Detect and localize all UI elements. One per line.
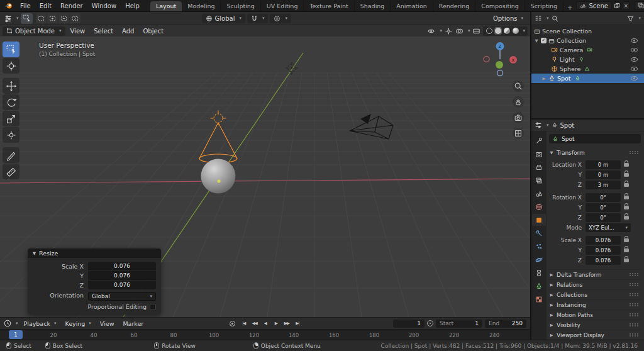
object-name-field[interactable]: Spot xyxy=(549,134,641,143)
tool-move[interactable] xyxy=(3,78,19,94)
panel-grip-icon[interactable] xyxy=(630,303,631,304)
tool-transform[interactable] xyxy=(3,127,19,143)
transform-section-header[interactable]: ▼ Transform xyxy=(549,148,641,157)
object-visibility-dropdown[interactable] xyxy=(427,27,435,35)
properties-editor-icon[interactable] xyxy=(535,121,542,129)
playhead[interactable]: 1 xyxy=(9,330,23,339)
menu-add[interactable]: Add xyxy=(118,27,138,35)
output-tab[interactable] xyxy=(532,161,546,173)
lock-icon[interactable] xyxy=(624,248,629,252)
tab-shading[interactable]: Shading xyxy=(355,1,391,11)
resize-scale-z-field[interactable]: 0.076 xyxy=(88,281,156,289)
zoom-icon[interactable] xyxy=(513,81,524,92)
outliner-row-sphere[interactable]: Sphere xyxy=(531,64,644,74)
tool-tab[interactable] xyxy=(532,135,546,147)
menu-marker[interactable]: Marker xyxy=(119,320,147,327)
texture-tab[interactable] xyxy=(532,293,546,305)
section-visibility[interactable]: ▶ Visibility xyxy=(549,320,641,330)
location-z-field[interactable]: 3 m xyxy=(586,181,621,189)
navigation-gizmo[interactable]: Z X xyxy=(481,40,519,78)
transform-orientation-dropdown[interactable]: Global ▾ xyxy=(202,14,245,23)
active-tool-box-select[interactable] xyxy=(21,13,33,24)
prev-keyframe-button[interactable]: ◀◀ xyxy=(250,320,259,328)
jump-end-button[interactable]: ▶| xyxy=(292,320,302,328)
render-tab[interactable] xyxy=(532,148,546,160)
object-data-tab[interactable] xyxy=(532,280,546,292)
menu-window[interactable]: Window xyxy=(87,2,121,10)
section-viewport-display[interactable]: ▶ Viewport Display xyxy=(549,330,641,340)
menu-file[interactable]: File xyxy=(16,2,35,10)
lock-icon[interactable] xyxy=(624,163,629,167)
resize-scale-x-field[interactable]: 0.076 xyxy=(88,262,156,270)
disclosure-open-icon[interactable]: ▼ xyxy=(534,38,539,43)
play-reverse-button[interactable]: ◀ xyxy=(260,320,270,328)
eye-icon[interactable] xyxy=(631,57,638,62)
chevron-down-icon[interactable]: ▾ xyxy=(16,321,18,326)
object-tab[interactable] xyxy=(532,214,546,226)
chevron-down-icon[interactable]: ▾ xyxy=(638,16,641,21)
view-layer-tab[interactable] xyxy=(532,174,546,186)
show-overlays-icon[interactable] xyxy=(455,27,464,35)
outliner-row-spot[interactable]: ▶ Spot xyxy=(531,74,644,83)
world-tab[interactable] xyxy=(532,201,546,213)
frame-start-field[interactable]: Start 1 xyxy=(436,320,482,328)
snap-dropdown[interactable]: ▾ xyxy=(247,14,269,23)
tab-scripting[interactable]: Scripting xyxy=(525,1,564,11)
current-frame-field[interactable]: 1 xyxy=(393,320,425,328)
tab-animation[interactable]: Animation xyxy=(391,1,433,11)
frame-end-field[interactable]: End 250 xyxy=(485,320,526,328)
outliner-row-collection[interactable]: ▼ ✓ Collection xyxy=(531,36,644,45)
eye-icon[interactable] xyxy=(631,38,638,43)
shading-wireframe-button[interactable] xyxy=(486,27,493,35)
outliner-row-light[interactable]: Light xyxy=(531,55,644,64)
menu-playback[interactable]: Playback▾ xyxy=(21,320,60,327)
menu-keying[interactable]: Keying▾ xyxy=(62,320,94,327)
resize-panel-header[interactable]: ▼ Resize xyxy=(28,248,161,258)
location-x-field[interactable]: 0 m xyxy=(586,160,621,169)
chevron-down-icon[interactable]: ▾ xyxy=(468,28,470,33)
section-delta-transform[interactable]: ▶ Delta Transform xyxy=(549,269,641,279)
filter-icon[interactable] xyxy=(627,15,634,22)
chevron-down-icon[interactable]: ▾ xyxy=(440,28,442,33)
tab-uv-editing[interactable]: UV Editing xyxy=(261,1,304,11)
lock-icon[interactable] xyxy=(624,216,629,220)
shading-material-button[interactable] xyxy=(503,27,511,35)
shading-solid-button[interactable] xyxy=(494,27,502,35)
search-icon[interactable] xyxy=(552,15,558,22)
lock-icon[interactable] xyxy=(624,206,629,209)
chevron-down-icon[interactable]: ▾ xyxy=(523,28,525,33)
camera-view-icon[interactable] xyxy=(513,112,524,123)
menu-view[interactable]: View xyxy=(67,27,89,35)
tool-rotate[interactable] xyxy=(3,94,19,110)
tool-cursor[interactable] xyxy=(3,58,19,74)
add-workspace-button[interactable]: + xyxy=(564,4,576,11)
scale-z-field[interactable]: 0.076 xyxy=(586,256,621,265)
rotation-z-field[interactable]: 0° xyxy=(586,213,621,222)
tool-annotate[interactable] xyxy=(3,147,19,163)
mode-dropdown[interactable]: Object Mode ▾ xyxy=(3,26,65,36)
show-gizmo-icon[interactable] xyxy=(445,27,453,35)
ortho-grid-icon[interactable] xyxy=(513,128,524,139)
select-mode-invert-icon[interactable] xyxy=(70,13,80,23)
tool-scale[interactable] xyxy=(3,111,19,126)
section-relations[interactable]: ▶ Relations xyxy=(549,279,641,289)
jump-start-button[interactable]: |◀ xyxy=(239,320,248,328)
proportional-editing-checkbox[interactable] xyxy=(150,304,156,310)
outliner-row-camera[interactable]: Camera xyxy=(531,45,644,55)
pan-hand-icon[interactable] xyxy=(513,96,524,108)
xray-toggle-icon[interactable] xyxy=(472,27,480,35)
tab-compositing[interactable]: Compositing xyxy=(475,1,525,11)
orientation-dropdown[interactable]: Global ▾ xyxy=(88,292,156,301)
panel-grip-icon[interactable] xyxy=(630,333,631,335)
chevron-down-icon[interactable]: ▾ xyxy=(547,16,549,21)
timeline-ruler[interactable]: 20 40 60 80 100 120 140 160 180 200 220 … xyxy=(0,329,530,340)
view-layer-selector[interactable]: View Layer xyxy=(634,1,644,10)
menu-timeline-view[interactable]: View xyxy=(97,320,118,327)
disclosure-closed-icon[interactable]: ▶ xyxy=(541,76,547,81)
editor-chevron-icon[interactable]: ▾ xyxy=(16,16,19,21)
keying-icon[interactable] xyxy=(427,320,433,326)
location-y-field[interactable]: 0 m xyxy=(586,170,621,179)
lock-icon[interactable] xyxy=(624,183,629,187)
rotation-y-field[interactable]: 0° xyxy=(586,203,621,212)
tab-layout[interactable]: Layout xyxy=(150,1,182,11)
